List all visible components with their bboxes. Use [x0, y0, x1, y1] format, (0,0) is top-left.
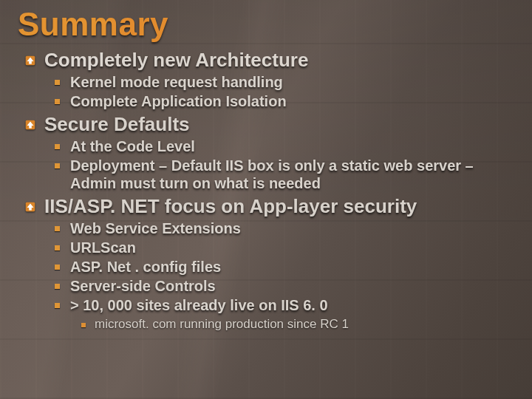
list-subitem-text: microsoft. com running production since …: [95, 317, 349, 332]
section-items: At the Code Level Deployment – Default I…: [24, 137, 514, 192]
section-heading-text: Secure Defaults: [44, 113, 190, 136]
list-item: At the Code Level: [55, 137, 514, 155]
section-heading: Completely new Architecture: [24, 49, 514, 72]
square-bullet-icon: [55, 99, 60, 104]
list-item-text: > 10, 000 sites already live on IIS 6. 0: [70, 296, 328, 314]
list-item: URLScan: [55, 239, 514, 256]
list-item: Web Service Extensions: [55, 219, 514, 237]
section-heading-text: IIS/ASP. NET focus on App-layer security: [44, 195, 417, 218]
list-item-text: At the Code Level: [70, 137, 195, 155]
square-bullet-icon: [55, 80, 60, 85]
square-bullet-icon: [55, 245, 60, 250]
list-item-text: Kernel mode request handling: [70, 73, 283, 91]
slide-title: Summary: [18, 6, 514, 43]
up-arrow-icon: [24, 54, 37, 67]
slide: Summary Completely new Architecture Kern…: [0, 0, 532, 399]
list-item-text: Complete Application Isolation: [70, 92, 287, 110]
list-item: Deployment – Default IIS box is only a s…: [55, 157, 514, 192]
square-bullet-icon: [55, 303, 60, 308]
list-item-text: ASP. Net . config files: [70, 258, 221, 276]
list-item: Complete Application Isolation: [55, 92, 514, 110]
list-item-text: Web Service Extensions: [70, 219, 241, 237]
up-arrow-icon: [24, 118, 37, 132]
square-bullet-icon: [81, 323, 86, 327]
list-item: Server-side Controls: [55, 277, 514, 295]
section-heading: Secure Defaults: [24, 113, 514, 136]
section-subitems: microsoft. com running production since …: [24, 317, 514, 332]
list-item-text: Server-side Controls: [70, 277, 216, 295]
section-heading: IIS/ASP. NET focus on App-layer security: [24, 195, 514, 218]
list-item-text: Deployment – Default IIS box is only a s…: [70, 157, 514, 192]
square-bullet-icon: [55, 144, 60, 149]
section-heading-text: Completely new Architecture: [44, 49, 308, 72]
square-bullet-icon: [55, 284, 60, 289]
section-items: Kernel mode request handling Complete Ap…: [24, 73, 514, 110]
up-arrow-icon: [24, 200, 37, 214]
square-bullet-icon: [55, 265, 60, 270]
section-items: Web Service Extensions URLScan ASP. Net …: [24, 219, 514, 314]
square-bullet-icon: [55, 163, 60, 168]
list-item: ASP. Net . config files: [55, 258, 514, 276]
list-item: > 10, 000 sites already live on IIS 6. 0: [55, 296, 514, 314]
list-item: Kernel mode request handling: [55, 73, 514, 91]
list-item-text: URLScan: [70, 239, 136, 256]
square-bullet-icon: [55, 226, 60, 231]
slide-content: Completely new Architecture Kernel mode …: [18, 49, 514, 332]
list-subitem: microsoft. com running production since …: [81, 317, 514, 332]
